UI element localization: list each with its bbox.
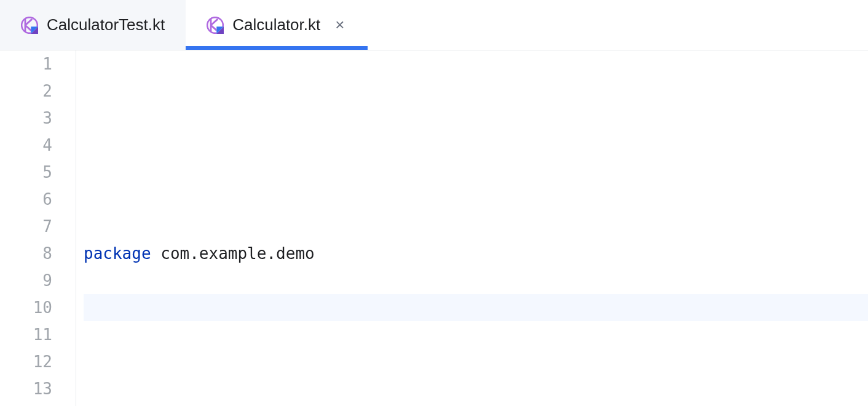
line-number: 8 bbox=[0, 240, 52, 267]
gutter: 1 2 3 4 5 6 7 8 9 10 11 12 13 bbox=[0, 50, 76, 406]
line-number: 13 bbox=[0, 375, 52, 402]
line-number: 10 bbox=[0, 294, 52, 321]
line-number: 5 bbox=[0, 159, 52, 186]
code-body[interactable]: package com.example.demo class Calculato… bbox=[76, 50, 868, 406]
line-number: 12 bbox=[0, 348, 52, 375]
tab-calculator-test[interactable]: CalculatorTest.kt bbox=[0, 0, 186, 50]
line-number: 3 bbox=[0, 105, 52, 132]
code-line: package com.example.demo bbox=[84, 240, 868, 267]
tab-label: Calculator.kt bbox=[232, 15, 320, 34]
close-icon[interactable]: × bbox=[333, 15, 347, 34]
line-number: 7 bbox=[0, 213, 52, 240]
line-number: 1 bbox=[0, 50, 52, 78]
code-line bbox=[84, 348, 868, 375]
kotlin-class-icon bbox=[21, 17, 38, 34]
line-number: 11 bbox=[0, 321, 52, 348]
line-number: 9 bbox=[0, 267, 52, 294]
tab-bar: CalculatorTest.kt Calculator.kt × bbox=[0, 0, 868, 50]
tab-label: CalculatorTest.kt bbox=[47, 15, 165, 34]
line-number: 4 bbox=[0, 132, 52, 159]
line-number: 6 bbox=[0, 186, 52, 213]
tab-calculator[interactable]: Calculator.kt × bbox=[186, 0, 368, 50]
current-line-highlight bbox=[84, 294, 868, 321]
code-editor[interactable]: 1 2 3 4 5 6 7 8 9 10 11 12 13 package co… bbox=[0, 50, 868, 406]
line-number: 2 bbox=[0, 78, 52, 105]
kotlin-class-icon bbox=[207, 17, 224, 34]
